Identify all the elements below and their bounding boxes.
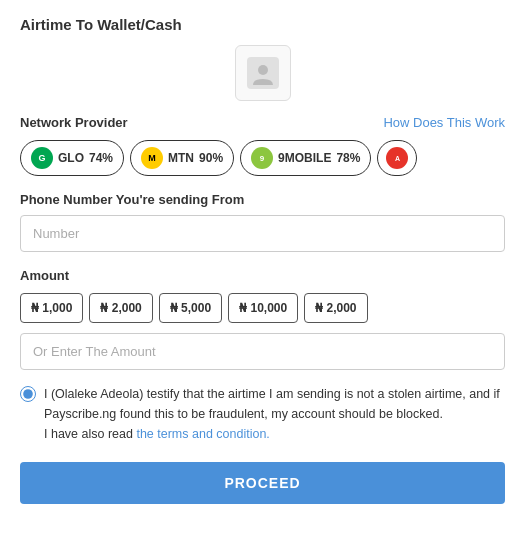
phone-input[interactable] — [20, 215, 505, 252]
amount-input[interactable] — [20, 333, 505, 370]
9mobile-icon: 9 — [251, 147, 273, 169]
glo-percent: 74% — [89, 151, 113, 165]
mtn-percent: 90% — [199, 151, 223, 165]
provider-airtel[interactable]: A — [377, 140, 417, 176]
amount-preset-10000[interactable]: ₦ 10,000 — [228, 293, 298, 323]
testimony-text: I (Olaleke Adeola) testify that the airt… — [44, 387, 500, 421]
mtn-icon: M — [141, 147, 163, 169]
9mobile-percent: 78% — [336, 151, 360, 165]
mtn-label: MTN — [168, 151, 194, 165]
amount-section: Amount ₦ 1,000 ₦ 2,000 ₦ 5,000 ₦ 10,000 … — [20, 268, 505, 370]
network-label: Network Provider — [20, 115, 128, 130]
how-does-this-work-link[interactable]: How Does This Work — [383, 115, 505, 130]
9mobile-label: 9MOBILE — [278, 151, 331, 165]
amount-label: Amount — [20, 268, 505, 283]
provider-mtn[interactable]: M MTN 90% — [130, 140, 234, 176]
amount-preset-5000[interactable]: ₦ 5,000 — [159, 293, 222, 323]
logo-icon — [247, 57, 279, 89]
airtel-icon: A — [386, 147, 408, 169]
logo-container — [20, 45, 505, 101]
glo-icon: G — [31, 147, 53, 169]
amount-preset-2000[interactable]: ₦ 2,000 — [89, 293, 152, 323]
network-providers: G GLO 74% M MTN 90% 9 9MOBILE 78% A — [20, 140, 505, 176]
network-section-header: Network Provider How Does This Work — [20, 115, 505, 130]
amount-preset-2000b[interactable]: ₦ 2,000 — [304, 293, 367, 323]
page-container: Airtime To Wallet/Cash Network Provider … — [0, 0, 525, 524]
terms-link[interactable]: the terms and condition. — [136, 427, 269, 441]
amount-preset-1000[interactable]: ₦ 1,000 — [20, 293, 83, 323]
testimony-content: I (Olaleke Adeola) testify that the airt… — [44, 384, 505, 444]
glo-label: GLO — [58, 151, 84, 165]
provider-glo[interactable]: G GLO 74% — [20, 140, 124, 176]
amount-presets: ₦ 1,000 ₦ 2,000 ₦ 5,000 ₦ 10,000 ₦ 2,000 — [20, 293, 505, 323]
svg-point-1 — [258, 65, 268, 75]
provider-9mobile[interactable]: 9 9MOBILE 78% — [240, 140, 371, 176]
phone-label: Phone Number You're sending From — [20, 192, 505, 207]
testimony-row: I (Olaleke Adeola) testify that the airt… — [20, 384, 505, 444]
page-title: Airtime To Wallet/Cash — [20, 16, 505, 33]
testimony-section: I (Olaleke Adeola) testify that the airt… — [20, 384, 505, 444]
terms-prefix-text: I have also read — [44, 427, 136, 441]
testimony-radio[interactable] — [20, 386, 36, 402]
logo-box — [235, 45, 291, 101]
proceed-button[interactable]: PROCEED — [20, 462, 505, 504]
